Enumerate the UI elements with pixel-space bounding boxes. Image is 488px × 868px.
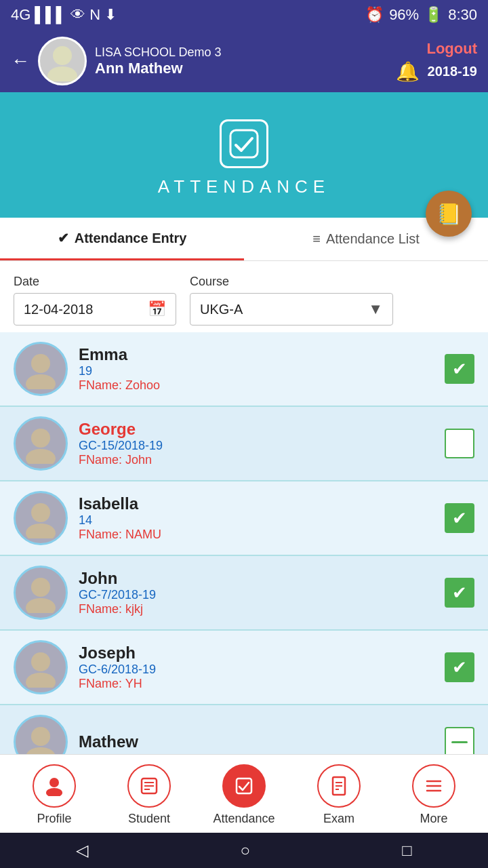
nav-item-student[interactable]: Student — [102, 764, 197, 826]
attendance-checkbox[interactable] — [445, 727, 474, 757]
nav-icon-more — [412, 764, 455, 808]
svg-point-1 — [47, 66, 77, 81]
student-fname: FName: John — [79, 453, 434, 467]
status-left: 4G ▌▌▌ 👁 N ⬇ — [11, 6, 117, 24]
student-id: 19 — [79, 364, 434, 378]
android-nav-bar: ◁ ○ □ — [0, 833, 488, 868]
eye-icon: 👁 — [70, 6, 85, 24]
checkbox-area — [445, 429, 474, 458]
svg-point-10 — [26, 598, 56, 613]
attendance-checkbox[interactable]: ✔ — [445, 578, 474, 608]
student-id: GC-15/2018-19 — [79, 439, 434, 453]
nav-label-exam: Exam — [323, 812, 354, 826]
course-group: Course UKG-A ▼ — [190, 275, 393, 326]
svg-point-4 — [26, 374, 56, 389]
student-row: Emma19FName: Zohoo✔ — [0, 332, 488, 407]
attendance-checkbox[interactable] — [445, 429, 474, 458]
nav-item-more[interactable]: More — [386, 764, 481, 826]
alarm-icon: ⏰ — [365, 6, 384, 24]
signal-bars: ▌▌▌ — [35, 6, 66, 24]
nav-label-more: More — [420, 812, 447, 826]
student-fname: FName: YH — [79, 677, 434, 691]
student-avatar — [14, 640, 68, 694]
student-id: 14 — [79, 513, 434, 528]
checkbox-area: ✔ — [445, 354, 474, 384]
tab-attendance-entry[interactable]: ✔ Attendance Entry — [0, 218, 244, 260]
svg-point-13 — [31, 727, 50, 746]
header-name-block: LISA SCHOOL Demo 3 Ann Mathew — [95, 45, 221, 77]
student-row: Isabella14FName: NAMU✔ — [0, 481, 488, 556]
student-row: JohnGC-7/2018-19FName: kjkj✔ — [0, 556, 488, 631]
avatar — [38, 37, 87, 85]
course-select[interactable]: UKG-A ▼ — [190, 293, 393, 326]
back-button[interactable]: ← — [11, 50, 30, 72]
form-area: Date 12-04-2018 📅 Course UKG-A ▼ — [0, 261, 488, 332]
hero-banner: ATTENDANCE 📒 — [0, 92, 488, 218]
student-avatar — [14, 416, 68, 471]
attendance-checkbox[interactable]: ✔ — [445, 652, 474, 682]
battery-icon: 🔋 — [424, 6, 443, 24]
student-row: GeorgeGC-15/2018-19FName: John — [0, 407, 488, 481]
notification-bell-icon[interactable]: 🔔 — [396, 60, 420, 83]
check-icon: ✔ — [58, 230, 69, 246]
student-name: Mathew — [79, 732, 434, 751]
student-avatar — [14, 342, 68, 396]
student-fname: FName: NAMU — [79, 528, 434, 542]
download-icon: ⬇ — [104, 6, 117, 24]
svg-point-11 — [31, 652, 50, 671]
nav-item-exam[interactable]: Exam — [291, 764, 386, 826]
date-label: Date — [14, 275, 176, 289]
header-left: ← LISA SCHOOL Demo 3 Ann Mathew — [11, 37, 221, 85]
nav-icon-student — [127, 764, 171, 808]
attendance-checkbox[interactable]: ✔ — [445, 503, 474, 533]
student-row: JosephGC-6/2018-19FName: YH✔ — [0, 631, 488, 705]
student-info: JosephGC-6/2018-19FName: YH — [79, 644, 434, 691]
svg-point-5 — [31, 429, 50, 448]
attendance-checkbox[interactable]: ✔ — [445, 354, 474, 384]
header-school: LISA SCHOOL Demo 3 — [95, 45, 221, 60]
svg-point-16 — [46, 788, 62, 796]
student-avatar — [14, 566, 68, 620]
nav-label-student: Student — [128, 812, 170, 826]
student-info: Isabella14FName: NAMU — [79, 494, 434, 542]
svg-point-8 — [26, 524, 56, 538]
student-name: Isabella — [79, 494, 434, 513]
bottom-nav: ProfileStudentAttendanceExamMore — [0, 754, 488, 833]
date-group: Date 12-04-2018 📅 — [14, 275, 176, 326]
student-name: Emma — [79, 345, 434, 364]
date-input[interactable]: 12-04-2018 📅 — [14, 293, 176, 326]
svg-point-9 — [31, 578, 50, 597]
android-back-button[interactable]: ◁ — [76, 841, 88, 860]
battery-percent: 96% — [389, 6, 419, 24]
svg-point-7 — [31, 503, 50, 522]
svg-point-0 — [53, 46, 72, 65]
checkbox-area: ✔ — [445, 652, 474, 682]
nav-label-attendance: Attendance — [213, 812, 274, 826]
svg-rect-2 — [230, 130, 258, 157]
checkbox-area: ✔ — [445, 503, 474, 533]
android-recents-button[interactable]: □ — [402, 841, 412, 860]
logout-button[interactable]: Logout — [426, 40, 477, 58]
clock: 8:30 — [448, 6, 477, 24]
student-fname: FName: Zohoo — [79, 378, 434, 393]
tabs-bar: ✔ Attendance Entry ≡ Attendance List — [0, 218, 488, 261]
header: ← LISA SCHOOL Demo 3 Ann Mathew Logout 🔔… — [0, 30, 488, 92]
student-info: Emma19FName: Zohoo — [79, 345, 434, 393]
student-fname: FName: kjkj — [79, 602, 434, 616]
signal-icon: 4G — [11, 6, 30, 24]
header-user-name: Ann Mathew — [95, 60, 221, 77]
svg-point-6 — [26, 449, 56, 464]
list-icon: ≡ — [312, 231, 321, 247]
nav-item-profile[interactable]: Profile — [7, 764, 102, 826]
fab-book-button[interactable]: 📒 — [426, 191, 472, 237]
svg-point-3 — [31, 354, 50, 373]
student-name: Joseph — [79, 644, 434, 663]
attendance-hero-icon — [220, 119, 268, 168]
svg-point-12 — [26, 673, 56, 688]
nav-item-attendance[interactable]: Attendance — [197, 764, 291, 826]
status-right: ⏰ 96% 🔋 8:30 — [365, 6, 477, 24]
hero-title: ATTENDANCE — [158, 176, 330, 197]
student-name: George — [79, 420, 434, 439]
android-home-button[interactable]: ○ — [240, 841, 250, 860]
student-info: GeorgeGC-15/2018-19FName: John — [79, 420, 434, 467]
